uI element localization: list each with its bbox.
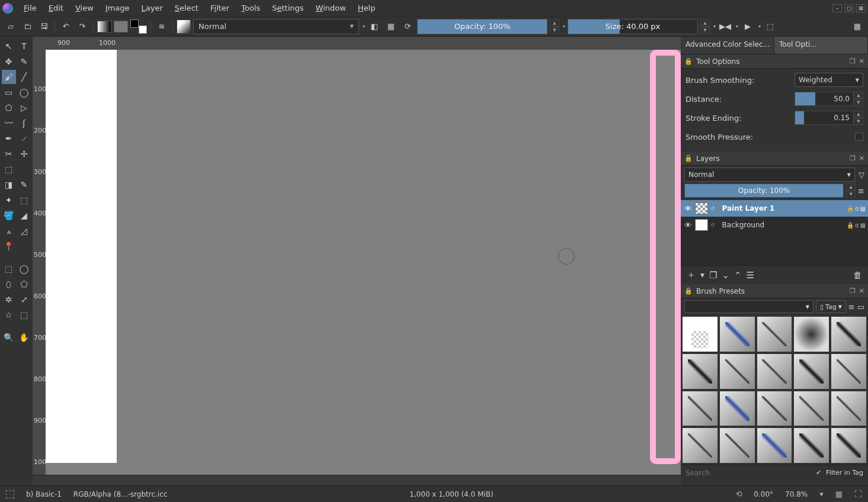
selection-indicator-icon[interactable]	[6, 490, 14, 498]
brush-settings-icon[interactable]: ≋	[155, 20, 169, 34]
float-panel-button[interactable]: ❐	[850, 155, 856, 162]
rect-select-tool[interactable]: ⬚	[2, 262, 16, 276]
menu-view[interactable]: View	[69, 1, 100, 15]
ruler-horizontal[interactable]: 900 1000	[33, 37, 681, 50]
rotation-icon[interactable]: ⟲	[735, 490, 742, 498]
calligraphy-tool[interactable]: ✒	[2, 131, 16, 146]
distance-spinner[interactable]: 50.0 ▲▼	[795, 92, 863, 106]
panel-expand-arrow[interactable]: ›	[668, 256, 671, 267]
transform-tool[interactable]: ✥	[2, 54, 16, 69]
brush-preset[interactable]	[757, 353, 793, 390]
pattern-swatch[interactable]	[114, 21, 128, 33]
stroke-ending-spinner[interactable]: 0.15 ▲▼	[795, 111, 863, 125]
layer-opacity-spinner[interactable]: ▲▼	[846, 184, 856, 198]
rectangle-tool[interactable]: ▭	[2, 85, 16, 99]
polygonal-select-tool[interactable]: ⬠	[17, 277, 31, 291]
assistant-tool[interactable]: ◢	[17, 208, 31, 223]
minimize-button[interactable]: –	[832, 4, 842, 12]
reference-tool[interactable]: ◿	[17, 224, 31, 238]
brush-preset[interactable]	[757, 391, 793, 427]
move-tool[interactable]: ↖	[2, 39, 16, 53]
crop-tool[interactable]: ✂	[2, 147, 16, 161]
layer-item[interactable]: 👁 ↺ Background 🔒α▦	[681, 217, 868, 233]
extra-tool[interactable]	[17, 239, 31, 253]
brush-preset[interactable]	[831, 391, 867, 427]
measure-tool[interactable]: ⟁	[2, 224, 16, 238]
ellipse-tool[interactable]: ◯	[17, 85, 31, 99]
polygon-tool[interactable]: ⬠	[2, 101, 16, 115]
perspective-tool[interactable]	[17, 162, 31, 176]
blend-mode-dropdown-icon[interactable]: ▾	[363, 24, 365, 29]
edit-shapes-tool[interactable]: ✎	[17, 54, 31, 69]
delete-layer-button[interactable]: 🗑	[853, 270, 862, 281]
brush-preset[interactable]	[793, 316, 829, 352]
brush-preset[interactable]	[719, 391, 755, 427]
menu-filter[interactable]: Filter	[204, 1, 235, 15]
menu-select[interactable]: Select	[169, 1, 204, 15]
wrap-around-button[interactable]: ⬚	[763, 20, 777, 34]
brush-preset[interactable]	[793, 427, 829, 464]
brush-preset[interactable]	[719, 353, 755, 390]
freehand-path-tool[interactable]: ʃ	[17, 116, 31, 130]
brush-preset[interactable]	[793, 353, 829, 390]
open-file-button[interactable]: 🗀	[20, 20, 34, 34]
reload-preset-button[interactable]: ⟳	[401, 20, 415, 34]
brush-preset[interactable]	[831, 316, 867, 352]
float-panel-button[interactable]: ❐	[850, 57, 856, 65]
gradient-tool[interactable]: ◨	[2, 178, 16, 192]
similar-select-tool[interactable]: ⤢	[17, 292, 31, 307]
blend-mode-select[interactable]: Normal ▼	[193, 19, 359, 34]
text-tool[interactable]: T	[17, 39, 31, 53]
layer-filter-icon[interactable]: ▽	[859, 170, 864, 179]
canvas-viewport[interactable]: ›	[46, 50, 681, 475]
undo-button[interactable]: ↶	[59, 20, 73, 34]
maximize-button[interactable]: ▢	[844, 4, 854, 12]
menu-edit[interactable]: Edit	[43, 1, 69, 15]
free-transform-tool[interactable]: ⬚	[2, 162, 16, 176]
mirror-h-dropdown[interactable]: ▾	[736, 24, 738, 29]
opacity-slider[interactable]: Opacity: 100%	[417, 19, 547, 34]
new-file-button[interactable]: ▱	[4, 20, 18, 34]
polyline-tool[interactable]: ▷	[17, 101, 31, 115]
move-down-button[interactable]: ⌄	[722, 270, 729, 281]
zoom-dropdown-icon[interactable]: ▾	[819, 490, 824, 498]
smoothing-select[interactable]: Weighted▼	[795, 73, 863, 87]
brush-preset[interactable]	[719, 316, 755, 352]
layer-opacity-slider[interactable]: Opacity: 100%	[684, 184, 844, 198]
close-panel-button[interactable]: ✕	[859, 155, 864, 162]
menu-tools[interactable]: Tools	[235, 1, 266, 15]
move-layer-tool[interactable]: ✢	[17, 147, 31, 161]
save-file-button[interactable]: 🖫	[37, 20, 51, 34]
brush-preset[interactable]	[719, 427, 755, 464]
size-dropdown-icon[interactable]: ▾	[713, 24, 716, 29]
visibility-toggle[interactable]: 👁	[683, 204, 693, 213]
preset-storage-icon[interactable]: ▭	[857, 303, 864, 311]
ruler-vertical[interactable]: 100 200 300 400 500 600 700 800 900 1000	[33, 50, 46, 475]
brush-tool[interactable]: 🖌	[2, 70, 16, 84]
menu-settings[interactable]: Settings	[266, 1, 309, 15]
eraser-mode-button[interactable]: ◧	[367, 20, 382, 34]
brush-preset[interactable]	[831, 353, 867, 390]
float-panel-button[interactable]: ❐	[850, 287, 856, 295]
brush-preset[interactable]	[682, 391, 718, 427]
pattern-edit-tool[interactable]: ✦	[2, 193, 16, 207]
pin-tool[interactable]: 📍	[2, 239, 16, 253]
freehand-select-tool[interactable]: ⬯	[2, 277, 16, 291]
duplicate-layer-button[interactable]: ❐	[709, 270, 717, 281]
mirror-h-button[interactable]: ▶◀	[718, 20, 732, 34]
color-swatches[interactable]	[130, 20, 147, 34]
horizontal-scrollbar[interactable]	[33, 475, 681, 485]
zoom-tool[interactable]: 🔍	[2, 330, 16, 345]
layer-properties-button[interactable]: ☰	[747, 270, 754, 281]
add-layer-button[interactable]: ＋	[687, 269, 696, 281]
preset-list-view-icon[interactable]: ≡	[848, 303, 855, 311]
contiguous-select-tool[interactable]: ✲	[2, 292, 16, 307]
bezier-tool[interactable]: 〰	[2, 116, 16, 130]
brush-preset[interactable]	[682, 427, 718, 464]
brush-preset[interactable]	[757, 316, 793, 352]
fill-tool[interactable]: 🪣	[2, 208, 16, 223]
brush-preset[interactable]	[682, 353, 718, 390]
close-panel-button[interactable]: ✕	[859, 287, 864, 295]
mirror-v-button[interactable]: ▶	[741, 20, 755, 34]
preset-tag-select[interactable]: ▼	[684, 300, 813, 313]
